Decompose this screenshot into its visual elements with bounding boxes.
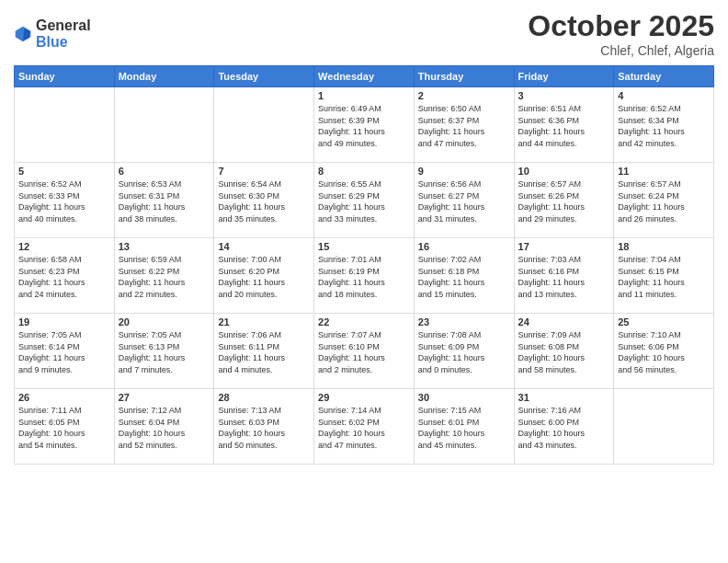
- title-block: October 2025 Chlef, Chlef, Algeria: [528, 9, 714, 58]
- calendar-cell: 30Sunrise: 7:15 AM Sunset: 6:01 PM Dayli…: [414, 389, 514, 465]
- location-title: Chlef, Chlef, Algeria: [528, 43, 714, 58]
- day-number: 2: [418, 90, 510, 101]
- logo-blue: Blue: [36, 34, 68, 50]
- calendar: SundayMondayTuesdayWednesdayThursdayFrid…: [14, 65, 714, 465]
- day-number: 27: [119, 392, 210, 403]
- day-info: Sunrise: 6:59 AM Sunset: 6:22 PM Dayligh…: [119, 254, 210, 300]
- day-info: Sunrise: 6:54 AM Sunset: 6:30 PM Dayligh…: [218, 178, 310, 224]
- day-number: 10: [518, 166, 610, 177]
- day-number: 28: [218, 392, 310, 403]
- calendar-cell: 12Sunrise: 6:58 AM Sunset: 6:23 PM Dayli…: [15, 238, 115, 314]
- calendar-cell: 10Sunrise: 6:57 AM Sunset: 6:26 PM Dayli…: [514, 163, 614, 238]
- day-number: 14: [218, 241, 310, 252]
- day-number: 19: [18, 316, 110, 327]
- day-number: 12: [18, 241, 110, 252]
- calendar-cell: 17Sunrise: 7:03 AM Sunset: 6:16 PM Dayli…: [514, 238, 614, 314]
- day-info: Sunrise: 6:58 AM Sunset: 6:23 PM Dayligh…: [18, 254, 110, 300]
- calendar-cell: [114, 87, 214, 163]
- logo-text: General Blue: [36, 17, 91, 51]
- calendar-week-row: 19Sunrise: 7:05 AM Sunset: 6:14 PM Dayli…: [15, 314, 714, 389]
- page: General Blue October 2025 Chlef, Chlef, …: [0, 0, 728, 563]
- calendar-cell: 26Sunrise: 7:11 AM Sunset: 6:05 PM Dayli…: [15, 389, 115, 465]
- calendar-cell: 3Sunrise: 6:51 AM Sunset: 6:36 PM Daylig…: [514, 87, 614, 163]
- day-info: Sunrise: 6:53 AM Sunset: 6:31 PM Dayligh…: [119, 178, 210, 224]
- day-number: 31: [518, 392, 610, 403]
- day-info: Sunrise: 7:06 AM Sunset: 6:11 PM Dayligh…: [218, 329, 310, 375]
- calendar-cell: 13Sunrise: 6:59 AM Sunset: 6:22 PM Dayli…: [114, 238, 214, 314]
- day-info: Sunrise: 6:55 AM Sunset: 6:29 PM Dayligh…: [318, 178, 410, 224]
- calendar-cell: 23Sunrise: 7:08 AM Sunset: 6:09 PM Dayli…: [414, 314, 514, 389]
- calendar-cell: 20Sunrise: 7:05 AM Sunset: 6:13 PM Dayli…: [114, 314, 214, 389]
- day-info: Sunrise: 6:56 AM Sunset: 6:27 PM Dayligh…: [418, 178, 510, 224]
- weekday-header: Saturday: [614, 66, 714, 87]
- calendar-cell: [214, 87, 314, 163]
- day-number: 3: [518, 90, 610, 101]
- calendar-cell: 5Sunrise: 6:52 AM Sunset: 6:33 PM Daylig…: [15, 163, 115, 238]
- day-number: 5: [18, 166, 110, 177]
- calendar-cell: 6Sunrise: 6:53 AM Sunset: 6:31 PM Daylig…: [114, 163, 214, 238]
- day-info: Sunrise: 7:10 AM Sunset: 6:06 PM Dayligh…: [618, 329, 710, 375]
- day-info: Sunrise: 6:52 AM Sunset: 6:34 PM Dayligh…: [618, 103, 710, 149]
- day-number: 22: [318, 316, 410, 327]
- day-number: 15: [318, 241, 410, 252]
- day-number: 20: [119, 316, 210, 327]
- weekday-header: Sunday: [15, 66, 115, 87]
- calendar-cell: 16Sunrise: 7:02 AM Sunset: 6:18 PM Dayli…: [414, 238, 514, 314]
- day-number: 8: [318, 166, 410, 177]
- logo-icon: [14, 25, 32, 43]
- calendar-cell: [15, 87, 115, 163]
- day-info: Sunrise: 7:03 AM Sunset: 6:16 PM Dayligh…: [518, 254, 610, 300]
- weekday-header: Thursday: [414, 66, 514, 87]
- day-number: 9: [418, 166, 510, 177]
- day-number: 6: [119, 166, 210, 177]
- calendar-cell: 22Sunrise: 7:07 AM Sunset: 6:10 PM Dayli…: [314, 314, 415, 389]
- day-number: 4: [618, 90, 710, 101]
- calendar-cell: 24Sunrise: 7:09 AM Sunset: 6:08 PM Dayli…: [514, 314, 614, 389]
- calendar-week-row: 1Sunrise: 6:49 AM Sunset: 6:39 PM Daylig…: [15, 87, 714, 163]
- weekday-header: Friday: [514, 66, 614, 87]
- day-number: 7: [218, 166, 310, 177]
- logo: General Blue: [14, 17, 91, 51]
- calendar-cell: 19Sunrise: 7:05 AM Sunset: 6:14 PM Dayli…: [15, 314, 115, 389]
- day-info: Sunrise: 7:00 AM Sunset: 6:20 PM Dayligh…: [218, 254, 310, 300]
- day-info: Sunrise: 7:13 AM Sunset: 6:03 PM Dayligh…: [218, 405, 310, 451]
- day-info: Sunrise: 6:57 AM Sunset: 6:26 PM Dayligh…: [518, 178, 610, 224]
- weekday-row: SundayMondayTuesdayWednesdayThursdayFrid…: [15, 66, 714, 87]
- calendar-week-row: 26Sunrise: 7:11 AM Sunset: 6:05 PM Dayli…: [15, 389, 714, 465]
- day-info: Sunrise: 6:52 AM Sunset: 6:33 PM Dayligh…: [18, 178, 110, 224]
- calendar-cell: 15Sunrise: 7:01 AM Sunset: 6:19 PM Dayli…: [314, 238, 415, 314]
- day-number: 26: [18, 392, 110, 403]
- day-info: Sunrise: 7:05 AM Sunset: 6:14 PM Dayligh…: [18, 329, 110, 375]
- day-info: Sunrise: 7:05 AM Sunset: 6:13 PM Dayligh…: [119, 329, 210, 375]
- calendar-cell: [614, 389, 714, 465]
- day-info: Sunrise: 7:12 AM Sunset: 6:04 PM Dayligh…: [119, 405, 210, 451]
- logo-general: General: [36, 17, 91, 33]
- calendar-cell: 28Sunrise: 7:13 AM Sunset: 6:03 PM Dayli…: [214, 389, 314, 465]
- day-number: 29: [318, 392, 410, 403]
- day-number: 16: [418, 241, 510, 252]
- day-number: 13: [119, 241, 210, 252]
- calendar-cell: 25Sunrise: 7:10 AM Sunset: 6:06 PM Dayli…: [614, 314, 714, 389]
- day-info: Sunrise: 6:49 AM Sunset: 6:39 PM Dayligh…: [318, 103, 410, 149]
- day-info: Sunrise: 7:02 AM Sunset: 6:18 PM Dayligh…: [418, 254, 510, 300]
- calendar-week-row: 12Sunrise: 6:58 AM Sunset: 6:23 PM Dayli…: [15, 238, 714, 314]
- calendar-cell: 1Sunrise: 6:49 AM Sunset: 6:39 PM Daylig…: [314, 87, 415, 163]
- day-number: 25: [618, 316, 710, 327]
- calendar-cell: 7Sunrise: 6:54 AM Sunset: 6:30 PM Daylig…: [214, 163, 314, 238]
- calendar-cell: 18Sunrise: 7:04 AM Sunset: 6:15 PM Dayli…: [614, 238, 714, 314]
- day-info: Sunrise: 7:16 AM Sunset: 6:00 PM Dayligh…: [518, 405, 610, 451]
- day-info: Sunrise: 7:08 AM Sunset: 6:09 PM Dayligh…: [418, 329, 510, 375]
- day-info: Sunrise: 7:09 AM Sunset: 6:08 PM Dayligh…: [518, 329, 610, 375]
- day-number: 17: [518, 241, 610, 252]
- calendar-cell: 9Sunrise: 6:56 AM Sunset: 6:27 PM Daylig…: [414, 163, 514, 238]
- header: General Blue October 2025 Chlef, Chlef, …: [14, 9, 714, 58]
- day-number: 18: [618, 241, 710, 252]
- calendar-body: 1Sunrise: 6:49 AM Sunset: 6:39 PM Daylig…: [15, 87, 714, 465]
- day-number: 1: [318, 90, 410, 101]
- day-number: 11: [618, 166, 710, 177]
- weekday-header: Monday: [114, 66, 214, 87]
- day-info: Sunrise: 7:01 AM Sunset: 6:19 PM Dayligh…: [318, 254, 410, 300]
- calendar-cell: 27Sunrise: 7:12 AM Sunset: 6:04 PM Dayli…: [114, 389, 214, 465]
- day-number: 30: [418, 392, 510, 403]
- calendar-cell: 31Sunrise: 7:16 AM Sunset: 6:00 PM Dayli…: [514, 389, 614, 465]
